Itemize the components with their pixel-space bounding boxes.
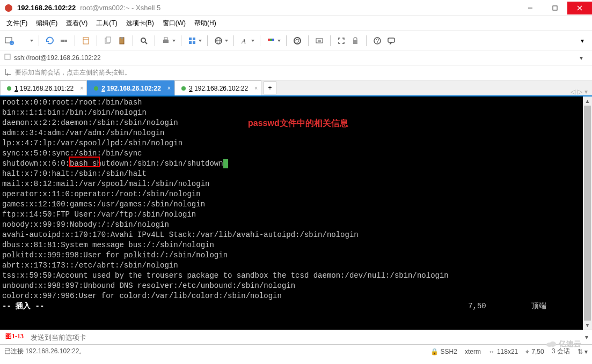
transfer-button[interactable] — [313, 34, 326, 47]
svg-rect-8 — [61, 40, 64, 42]
compose-input[interactable] — [27, 330, 581, 344]
svg-text:A: A — [241, 37, 246, 45]
compose-left-label: 图1-13 仅 — [0, 333, 27, 342]
compose-dropdown[interactable]: ▾ — [581, 333, 592, 341]
toolbar-overflow[interactable]: ▾ — [576, 34, 589, 47]
svg-rect-22 — [189, 41, 192, 44]
toolbar-separator — [155, 35, 155, 46]
menu-edit[interactable]: 编辑(E) — [32, 17, 62, 30]
new-session-dropdown[interactable] — [17, 34, 30, 47]
tab-next-icon[interactable]: ▷ — [578, 88, 582, 95]
app-icon — [4, 4, 13, 12]
scroll-thumb[interactable] — [584, 106, 591, 321]
print-button[interactable] — [159, 34, 172, 47]
hint-arrow-icon[interactable] — [4, 68, 12, 77]
hint-bar: 要添加当前会话，点击左侧的箭头按钮。 — [0, 65, 592, 80]
toolbar-separator — [308, 35, 309, 46]
svg-rect-9 — [64, 40, 67, 42]
tab-3[interactable]: 3 192.168.26.102:22 × — [174, 80, 261, 95]
menu-help[interactable]: 帮助(H) — [190, 17, 221, 30]
tab-strip: 1 192.168.26.101:22 × 2 192.168.26.102:2… — [0, 80, 592, 96]
copy-button[interactable] — [101, 34, 114, 47]
menu-file[interactable]: 文件(F) — [2, 17, 32, 30]
menu-tab[interactable]: 选项卡(B) — [122, 17, 158, 30]
status-dot-icon — [7, 86, 11, 91]
font-button[interactable]: A — [238, 34, 251, 47]
toolbar-separator — [330, 35, 331, 46]
svg-rect-32 — [316, 39, 323, 43]
address-bar: ssh://root@192.168.26.102:22 ▾ — [0, 50, 592, 65]
svg-line-17 — [145, 42, 147, 44]
annotation-text: passwd文件中的相关信息 — [248, 118, 348, 129]
svg-rect-15 — [121, 37, 123, 39]
scroll-up-icon[interactable]: ▲ — [583, 96, 592, 106]
paste-button[interactable] — [115, 34, 128, 47]
toolbar-separator — [75, 35, 75, 46]
toolbar-separator — [207, 35, 208, 46]
feedback-button[interactable] — [385, 34, 398, 47]
hint-text: 要添加当前会话，点击左侧的箭头按钮。 — [15, 68, 131, 77]
status-term: xterm — [465, 348, 481, 355]
status-proto: 🔒SSH2 — [430, 348, 457, 355]
titlebar: 192.168.26.102:22 root@vms002:~ - Xshell… — [0, 0, 592, 16]
tab-close-icon[interactable]: × — [80, 85, 83, 91]
svg-rect-30 — [272, 39, 274, 41]
address-text[interactable]: ssh://root@192.168.26.102:22 — [14, 54, 101, 62]
tab-close-icon[interactable]: × — [167, 85, 171, 91]
toolbar-separator — [286, 35, 287, 46]
disconnect-button[interactable] — [57, 34, 70, 47]
svg-point-31 — [294, 38, 301, 44]
tab-add-button[interactable]: + — [264, 81, 276, 94]
script-button[interactable] — [291, 34, 304, 47]
toolbar-separator — [133, 35, 133, 46]
cursor-icon: ⌖ — [525, 348, 529, 355]
watermark: 亿速云 — [546, 339, 581, 349]
encoding-button[interactable] — [212, 34, 225, 47]
svg-text:+: + — [11, 41, 13, 46]
tab-list-icon[interactable]: ▾ — [584, 88, 588, 95]
toolbar-separator — [39, 35, 39, 46]
toolbar-separator — [366, 35, 367, 46]
toolbar-separator — [97, 35, 97, 46]
menu-view[interactable]: 查看(V) — [62, 17, 92, 30]
fullscreen-button[interactable] — [335, 34, 348, 47]
svg-rect-29 — [270, 39, 272, 41]
svg-point-0 — [5, 4, 12, 12]
svg-rect-28 — [268, 39, 270, 41]
figure-label: 图1-13 — [5, 332, 24, 341]
tab-1[interactable]: 1 192.168.26.101:22 × — [0, 80, 87, 95]
scroll-down-icon[interactable]: ▼ — [583, 321, 592, 330]
svg-rect-13 — [106, 37, 111, 42]
toolbar-separator — [233, 35, 234, 46]
address-overflow[interactable]: ▾ — [575, 51, 588, 64]
svg-rect-23 — [193, 41, 195, 44]
svg-point-16 — [141, 38, 145, 42]
svg-text:?: ? — [376, 38, 379, 44]
address-box-icon — [4, 54, 11, 62]
menu-tools[interactable]: 工具(T) — [92, 17, 121, 30]
colorscheme-button[interactable] — [265, 34, 277, 47]
maximize-button[interactable] — [543, 2, 567, 14]
status-size: ↔118x21 — [488, 348, 518, 355]
menubar: 文件(F) 编辑(E) 查看(V) 工具(T) 选项卡(B) 窗口(W) 帮助(… — [0, 16, 592, 31]
minimize-button[interactable] — [518, 2, 543, 14]
tab-close-icon[interactable]: × — [254, 85, 258, 91]
terminal-container: root:x:0:0:root:/root:/bin/bash bin:x:1:… — [0, 96, 592, 330]
help-button[interactable]: ? — [371, 34, 384, 47]
tab-prev-icon[interactable]: ◁ — [571, 88, 575, 95]
new-session-button[interactable]: + — [3, 34, 16, 47]
menu-window[interactable]: 窗口(W) — [158, 17, 190, 30]
svg-rect-20 — [189, 38, 192, 40]
status-cursor: ⌖7,50 — [525, 348, 544, 355]
tab-2[interactable]: 2 192.168.26.102:22 × — [87, 80, 174, 95]
terminal[interactable]: root:x:0:0:root:/root:/bin/bash bin:x:1:… — [0, 96, 592, 330]
terminal-scrollbar[interactable]: ▲ ▼ — [583, 96, 592, 330]
properties-button[interactable] — [79, 34, 92, 47]
reconnect-button[interactable] — [43, 34, 56, 47]
find-button[interactable] — [137, 34, 150, 47]
svg-point-41 — [550, 341, 556, 347]
lock-button[interactable] — [349, 34, 362, 47]
layout-button[interactable] — [186, 34, 199, 47]
close-button[interactable] — [567, 2, 592, 14]
lock-icon: 🔒 — [430, 348, 438, 355]
